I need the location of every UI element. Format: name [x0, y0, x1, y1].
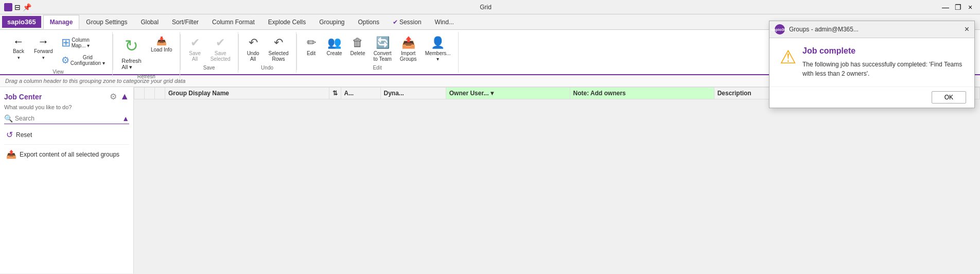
export-icon: 📤	[6, 149, 16, 159]
members-button[interactable]: 👤 Members...▾	[422, 34, 454, 64]
import-groups-button[interactable]: 📤 ImportGroups	[397, 34, 420, 64]
scroll-indicator[interactable]: ▲	[122, 114, 129, 123]
edit-icon: ✏	[307, 36, 316, 49]
ribbon-group-view: ← Back ▾ → Forward ▾ ⊞ ColumnMap... ▾ ⚙ …	[4, 32, 113, 77]
brand-button[interactable]: sapio365	[2, 16, 41, 28]
tab-global[interactable]: Global	[134, 15, 165, 29]
convert-to-team-button[interactable]: 🔄 Convertto Team	[370, 34, 394, 64]
undo-group-label: Undo	[261, 64, 273, 71]
grid-config-icon: ⚙	[61, 55, 69, 66]
save-group-label: Save	[203, 64, 215, 71]
undo-all-icon: ↶	[249, 36, 258, 49]
members-icon: 👤	[431, 36, 445, 49]
edit-group-label: Edit	[373, 64, 381, 71]
col-icons3	[155, 88, 165, 99]
col-note[interactable]: Note: Add owners	[570, 88, 714, 99]
scroll-up-icon[interactable]: ▲	[120, 91, 129, 102]
ok-button[interactable]: OK	[932, 91, 966, 104]
job-center-title: Job Center	[4, 93, 42, 101]
load-info-icon: 📥	[156, 36, 167, 46]
dialog-message: The following job has successfully compl…	[802, 60, 964, 78]
col-icons	[134, 88, 145, 99]
col-sort[interactable]: ⇅	[329, 88, 341, 99]
tab-session[interactable]: ✔ Session	[386, 15, 428, 29]
sidebar-item-reset-label: Reset	[16, 131, 32, 139]
ribbon-group-edit: ✏ Edit 👥 Create 🗑 Delete 🔄 Convertto Tea…	[297, 32, 459, 73]
refresh-all-button[interactable]: ↻ RefreshAll ▾	[117, 34, 146, 73]
dialog-titlebar: sapio365 Groups - admin@M365... ×	[769, 21, 974, 38]
tab-sort-filter[interactable]: Sort/Filter	[165, 15, 205, 29]
selected-rows-button[interactable]: ↶ SelectedRows	[266, 34, 292, 64]
dialog-title: Groups - admin@M365...	[789, 26, 859, 33]
delete-button[interactable]: 🗑 Delete	[347, 34, 369, 58]
edit-button[interactable]: ✏ Edit	[301, 34, 322, 58]
forward-icon: →	[38, 36, 49, 47]
save-selected-icon: ✔	[216, 36, 225, 49]
ribbon-group-save: ✔ SaveAll ✔ SaveSelected Save	[181, 32, 238, 73]
refresh-icon: ↻	[125, 36, 138, 56]
dialog-footer: OK	[769, 87, 974, 108]
job-center-subtitle: What would you like to do?	[4, 104, 129, 110]
settings-gear-icon[interactable]: ⚙	[110, 92, 117, 101]
dialog-brand-icon: sapio365	[775, 24, 785, 35]
warning-icon: ⚠	[780, 46, 796, 68]
selected-rows-icon: ↶	[274, 36, 283, 49]
ribbon-group-undo: ↶ UndoAll ↶ SelectedRows Undo	[239, 32, 296, 73]
window-title: Grid	[31, 4, 940, 11]
create-button[interactable]: 👥 Create	[324, 34, 345, 58]
grid-config-button[interactable]: ⚙ GridConfiguration ▾	[58, 53, 108, 68]
column-map-button[interactable]: ⊞ ColumnMap... ▾	[58, 34, 108, 52]
grid-outer[interactable]: Group Display Name ⇅ A... Dyna... Owner …	[134, 87, 980, 273]
tab-column-format[interactable]: Column Format	[205, 15, 261, 29]
convert-icon: 🔄	[376, 36, 390, 49]
tab-options[interactable]: Options	[352, 15, 386, 29]
create-icon: 👥	[327, 36, 341, 49]
maximize-button[interactable]: ❐	[952, 2, 964, 13]
col-dyna[interactable]: Dyna...	[380, 88, 446, 99]
sidebar-item-export-label: Export content of all selected groups	[20, 151, 119, 158]
tab-wind[interactable]: Wind...	[428, 15, 461, 29]
job-complete-dialog: sapio365 Groups - admin@M365... × ⚠ Job …	[769, 21, 975, 108]
save-all-icon: ✔	[190, 36, 200, 49]
save-selected-button[interactable]: ✔ SaveSelected	[207, 34, 234, 64]
app-menu-icon[interactable]: ⊟	[14, 3, 21, 11]
load-info-button[interactable]: 📥 Load Info	[148, 34, 176, 55]
back-button[interactable]: ← Back ▾	[8, 34, 29, 62]
title-bar: ⊟ 📌 Grid — ❐ ×	[0, 0, 980, 14]
tab-grouping[interactable]: Grouping	[312, 15, 351, 29]
col-icons2	[145, 88, 155, 99]
save-all-button[interactable]: ✔ SaveAll	[185, 34, 205, 64]
dialog-close-button[interactable]: ×	[965, 25, 969, 34]
dialog-body: ⚠ Job complete The following job has suc…	[769, 38, 974, 87]
tab-group-settings[interactable]: Group Settings	[79, 15, 134, 29]
minimize-button[interactable]: —	[940, 2, 951, 13]
sidebar-item-export[interactable]: 📤 Export content of all selected groups	[4, 147, 129, 162]
import-icon: 📤	[401, 36, 415, 49]
job-center-header: Job Center ⚙ ▲	[4, 91, 129, 102]
column-map-icon: ⊞	[61, 36, 71, 49]
col-a[interactable]: A...	[341, 88, 380, 99]
close-button[interactable]: ×	[965, 2, 976, 13]
dialog-heading: Job complete	[802, 46, 964, 56]
grid-area: Group Display Name ⇅ A... Dyna... Owner …	[134, 87, 980, 273]
sidebar-item-reset[interactable]: ↺ Reset	[4, 127, 129, 142]
search-input[interactable]	[15, 115, 122, 122]
delete-icon: 🗑	[352, 36, 363, 49]
tab-explode-cells[interactable]: Explode Cells	[261, 15, 312, 29]
tab-manage[interactable]: Manage	[43, 15, 80, 29]
undo-all-button[interactable]: ↶ UndoAll	[243, 34, 264, 64]
col-owner-user[interactable]: Owner User... ▾	[446, 88, 570, 99]
back-icon: ←	[13, 36, 24, 47]
reset-icon: ↺	[6, 130, 13, 140]
app-icon	[4, 3, 12, 11]
sidebar-separator	[4, 144, 129, 145]
sidebar-search: 🔍 ▲	[4, 114, 129, 124]
sort-icon: ⇅	[332, 90, 338, 97]
forward-button[interactable]: → Forward ▾	[31, 34, 56, 62]
col-group-display-name[interactable]: Group Display Name	[165, 88, 329, 99]
sidebar: Job Center ⚙ ▲ What would you like to do…	[0, 87, 134, 273]
ribbon-group-refresh: ↻ RefreshAll ▾ 📥 Load Info Refresh	[113, 32, 180, 81]
search-icon: 🔍	[4, 114, 13, 123]
pin-icon[interactable]: 📌	[23, 3, 31, 11]
view-group-label: View	[52, 68, 64, 75]
